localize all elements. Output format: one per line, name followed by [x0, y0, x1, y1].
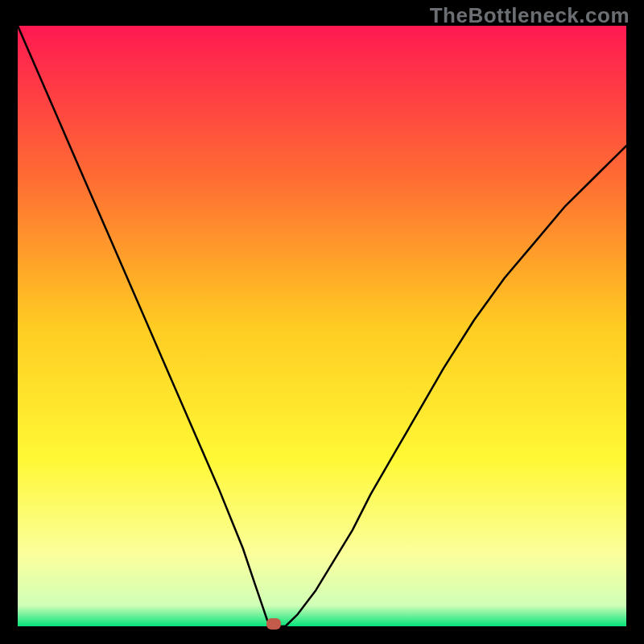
min-marker	[266, 618, 281, 630]
plot-area	[18, 26, 626, 626]
chart-container: TheBottleneck.com	[0, 0, 644, 644]
plot-background	[18, 26, 626, 626]
chart-svg	[18, 26, 626, 626]
watermark-text: TheBottleneck.com	[430, 3, 630, 28]
